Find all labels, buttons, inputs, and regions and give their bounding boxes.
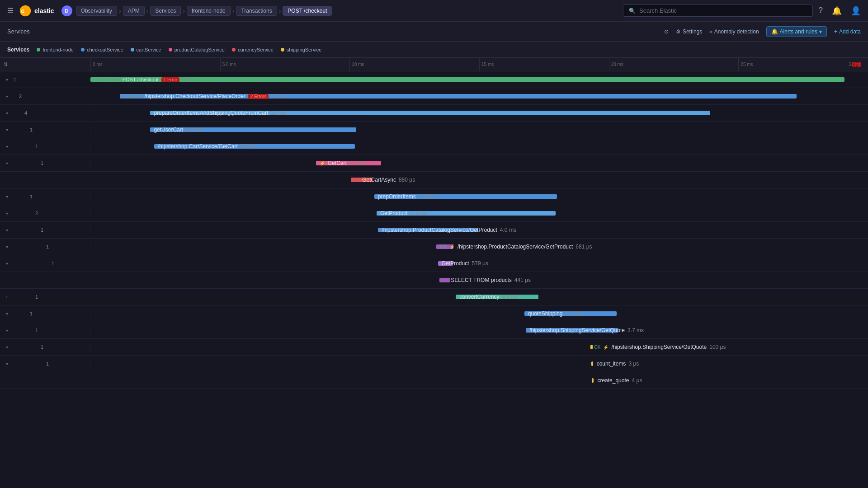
service-cart[interactable]: cartService <box>131 47 161 52</box>
service-shipping[interactable]: shippingService <box>281 47 322 52</box>
span-info-11: OK ⚡ /hipstershop.ProductCatalogService/… <box>440 244 592 250</box>
collapse-btn-12[interactable]: ▾ <box>4 261 10 266</box>
tick-5ms: 5.0 ms <box>220 58 350 71</box>
span-duration-6: 2.6 ms <box>349 160 366 166</box>
row-count-1: 1 <box>14 77 21 82</box>
service-currency[interactable]: currencyService <box>232 47 274 52</box>
span-bar-19[interactable] <box>592 378 594 383</box>
collapse-btn-3[interactable]: ▾ <box>4 111 10 116</box>
trace-row-15[interactable]: ▾ 1 quoteShipping 3.7 ms <box>0 305 868 322</box>
search-bar[interactable]: 🔍 <box>623 5 813 17</box>
inspect-button[interactable]: ⊙ <box>664 28 669 35</box>
hamburger-button[interactable]: ☰ <box>5 5 15 17</box>
row-left-8: ▾ 1 <box>0 194 90 199</box>
span-bar-17[interactable] <box>590 345 593 349</box>
span-name-6: GetCart <box>328 160 347 166</box>
breadcrumb-apm[interactable]: APM <box>123 6 145 16</box>
trace-row-19[interactable]: create_quote 4 μs <box>0 372 868 389</box>
row-count-6: 1 <box>41 160 48 166</box>
span-bar-18[interactable] <box>591 361 593 366</box>
span-info-5: /hipstershop.CartService/GetCart 8.1 ms <box>158 143 257 150</box>
collapse-btn-6[interactable]: ▾ <box>4 161 10 166</box>
collapse-btn-1[interactable]: ▾ <box>4 77 10 82</box>
service-productcatalog[interactable]: productCatalogService <box>169 47 225 52</box>
trace-row-17[interactable]: ▾ 1 OK ⚡ /hipstershop.ShippingService/Ge… <box>0 339 868 356</box>
row-left-3: ▾ 4 <box>0 110 90 116</box>
inspect-icon: ⊙ <box>664 28 669 35</box>
trace-row-11[interactable]: ▾ 1 OK ⚡ /hipstershop.ProductCatalogServ… <box>0 239 868 255</box>
trace-row-10[interactable]: ▾ 1 /hipstershop.ProductCatalogService/G… <box>0 222 868 239</box>
row-left-12: ▾ 1 <box>0 261 90 266</box>
collapse-btn-14[interactable]: › <box>4 295 10 300</box>
service-checkout[interactable]: checkoutService <box>81 47 123 52</box>
trace-row-9[interactable]: ▾ 2 GetProduct 7.3 ms <box>0 205 868 222</box>
collapse-btn-10[interactable]: ▾ <box>4 228 10 233</box>
row-content-3: prepareOrderItemsAndShippingQuoteFromCar… <box>90 105 868 121</box>
trace-row-12[interactable]: ▾ 1 GetProduct 579 μs <box>0 255 868 272</box>
span-duration-9: 7.3 ms <box>410 210 427 216</box>
row-content-9: GetProduct 7.3 ms <box>90 205 868 221</box>
trace-row-4[interactable]: ▾ 1 getUserCart 8.2 ms <box>0 122 868 138</box>
service-frontend-node[interactable]: frontend-node <box>37 47 74 52</box>
trace-row-8[interactable]: ▾ 1 prepOrderItems 7.3 ms <box>0 188 868 205</box>
help-button[interactable]: ? <box>816 4 825 17</box>
breadcrumb-frontend-node[interactable]: frontend-node <box>187 6 231 16</box>
span-duration-16: 3.7 ms <box>627 327 644 333</box>
nav-services[interactable]: Services <box>7 28 30 35</box>
trace-row-6[interactable]: ▾ 1 ⚡ GetCart 2.6 ms <box>0 155 868 172</box>
anomaly-button[interactable]: ≈ Anomaly detection <box>709 28 759 35</box>
user-menu-button[interactable]: 👤 <box>849 4 863 18</box>
span-info-15: quoteShipping 3.7 ms <box>528 310 582 317</box>
row-count-18: 1 <box>46 361 53 366</box>
collapse-btn-9[interactable]: ▾ <box>4 211 10 216</box>
add-data-button[interactable]: + Add data <box>834 28 861 35</box>
service-dot-frontend <box>37 48 40 52</box>
collapse-btn-16[interactable]: ▾ <box>4 328 10 333</box>
settings-icon: ⚙ <box>676 28 681 35</box>
alerts-button[interactable]: 🔔 Alerts and rules ▾ <box>766 26 827 37</box>
breadcrumb-transactions[interactable]: Transactions <box>236 6 277 16</box>
collapse-btn-17[interactable]: ▾ <box>4 345 10 350</box>
row-left-16: ▾ 1 <box>0 328 90 333</box>
trace-row-7[interactable]: ⊙ GetCartAsync 880 μs <box>0 172 868 188</box>
span-ok-11: OK <box>440 244 446 249</box>
span-bar-1[interactable] <box>90 77 844 82</box>
trace-row-14[interactable]: › 1 convertCurrency 3.3 ms <box>0 289 868 305</box>
sort-icon[interactable]: ⇅ <box>4 61 8 67</box>
collapse-btn-2[interactable]: ▾ <box>4 94 10 99</box>
collapse-btn-8[interactable]: ▾ <box>4 194 10 199</box>
trace-row-13[interactable]: ⊙ SELECT FROM products 441 μs <box>0 272 868 289</box>
row-content-10: /hipstershop.ProductCatalogService/GetPr… <box>90 222 868 238</box>
chevron-down-icon: ▾ <box>819 28 822 35</box>
collapse-btn-15[interactable]: ▾ <box>4 311 10 316</box>
service-icon-6: ⚡ <box>320 161 325 166</box>
breadcrumb-observability[interactable]: Observability <box>76 6 117 16</box>
trace-row-1[interactable]: ▾ 1 HTTP 5xx POST /checkout 1 Error 31 m… <box>0 71 868 88</box>
timeline-ticks: 0 ms 5.0 ms 10 ms 15 ms 20 ms 25 ms 31 m… <box>90 58 868 71</box>
span-name-14: convertCurrency <box>459 294 499 300</box>
row-timeline-18: count_items 3 μs <box>90 356 868 372</box>
trace-row-2[interactable]: ▾ 2 Internal /hipstershop.CheckoutServic… <box>0 88 868 105</box>
row-content-15: quoteShipping 3.7 ms <box>90 305 868 322</box>
trace-row-3[interactable]: ▾ 4 prepareOrderItemsAndShippingQuoteFro… <box>0 105 868 122</box>
row-timeline-11: OK ⚡ /hipstershop.ProductCatalogService/… <box>90 239 868 255</box>
trace-row-16[interactable]: ▾ 1 /hipstershop.ShippingService/GetQuot… <box>0 322 868 339</box>
row-count-15: 1 <box>30 311 37 316</box>
workspace-badge[interactable]: D <box>61 5 72 16</box>
notifications-button[interactable]: 🔔 <box>830 4 844 18</box>
search-input[interactable] <box>639 7 803 14</box>
breadcrumb-services[interactable]: Services <box>150 6 181 16</box>
span-ok-17: OK <box>594 345 600 350</box>
collapse-btn-4[interactable]: ▾ <box>4 127 10 132</box>
collapse-btn-5[interactable]: ▾ <box>4 144 10 149</box>
row-count-4: 1 <box>30 127 37 132</box>
span-info-12: GetProduct 579 μs <box>442 260 488 267</box>
settings-button[interactable]: ⚙ Settings <box>676 28 702 35</box>
trace-row-5[interactable]: ▾ 1 /hipstershop.CartService/GetCart 8.1… <box>0 138 868 155</box>
collapse-btn-18[interactable]: ▾ <box>4 361 10 366</box>
trace-row-18[interactable]: ▾ 1 count_items 3 μs <box>0 356 868 372</box>
breadcrumb-current[interactable]: POST /checkout <box>283 6 332 16</box>
collapse-btn-11[interactable]: ▾ <box>4 244 10 249</box>
service-icon-17: ⚡ <box>603 345 609 350</box>
row-count-8: 1 <box>30 194 37 199</box>
